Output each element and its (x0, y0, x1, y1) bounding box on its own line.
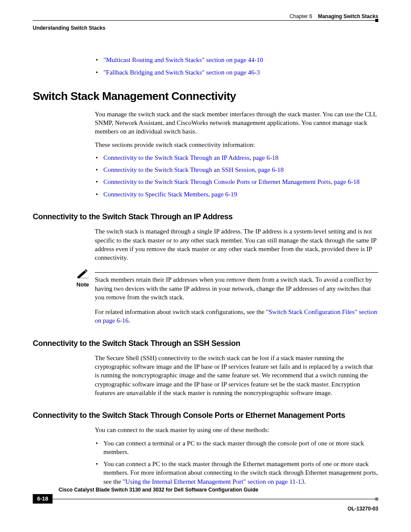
subsection-heading: Connectivity to the Switch Stack Through… (33, 410, 378, 420)
note-label: Note (71, 281, 95, 289)
chapter-title: Managing Switch Stacks (318, 13, 378, 19)
note-body: Stack members retain their IP addresses … (95, 275, 378, 302)
body-paragraph: You manage the switch stack and the stac… (95, 110, 378, 136)
section-heading: Switch Stack Management Connectivity (33, 89, 378, 104)
body-paragraph: The Secure Shell (SSH) connectivity to t… (95, 354, 378, 397)
list-item: You can connect a terminal or a PC to th… (95, 439, 378, 457)
bullet-list: You can connect a terminal or a PC to th… (95, 439, 378, 486)
xref-link[interactable]: Connectivity to the Switch Stack Through… (95, 165, 378, 174)
body-paragraph: These sections provide switch stack conn… (95, 140, 378, 149)
body-paragraph: For related information about switch sta… (95, 308, 378, 325)
xref-link[interactable]: "Using the Internal Ethernet Management … (123, 478, 304, 485)
xref-link[interactable]: "Multicast Routing and Switch Stacks" se… (95, 56, 378, 64)
xref-link[interactable]: "Fallback Bridging and Switch Stacks" se… (95, 68, 378, 77)
top-link-list: "Multicast Routing and Switch Stacks" se… (95, 56, 378, 77)
xref-link[interactable]: Connectivity to the Switch Stack Through… (95, 153, 378, 162)
note-block: Note Stack members retain their IP addre… (33, 269, 378, 302)
note-icon (71, 269, 95, 280)
list-item: You can connect a PC to the stack master… (95, 460, 378, 486)
page-number: 6-18 (33, 494, 53, 504)
xref-link[interactable]: Connectivity to Specific Stack Members, … (95, 190, 378, 199)
subsection-heading: Connectivity to the Switch Stack Through… (33, 338, 378, 348)
subsection-heading: Connectivity to the Switch Stack Through… (33, 212, 378, 222)
running-header-left: Understanding Switch Stacks (33, 25, 378, 31)
document-code: OL-13270-03 (33, 505, 378, 512)
body-paragraph: You can connect to the stack master by u… (95, 426, 378, 434)
chapter-number: Chapter 6 (290, 13, 312, 19)
xref-list: Connectivity to the Switch Stack Through… (95, 153, 378, 199)
xref-link[interactable]: Connectivity to the Switch Stack Through… (95, 177, 378, 186)
book-title: Cisco Catalyst Blade Switch 3130 and 303… (59, 486, 258, 493)
body-paragraph: The switch stack is managed through a si… (95, 227, 378, 262)
page-footer: Cisco Catalyst Blade Switch 3130 and 303… (33, 486, 378, 512)
